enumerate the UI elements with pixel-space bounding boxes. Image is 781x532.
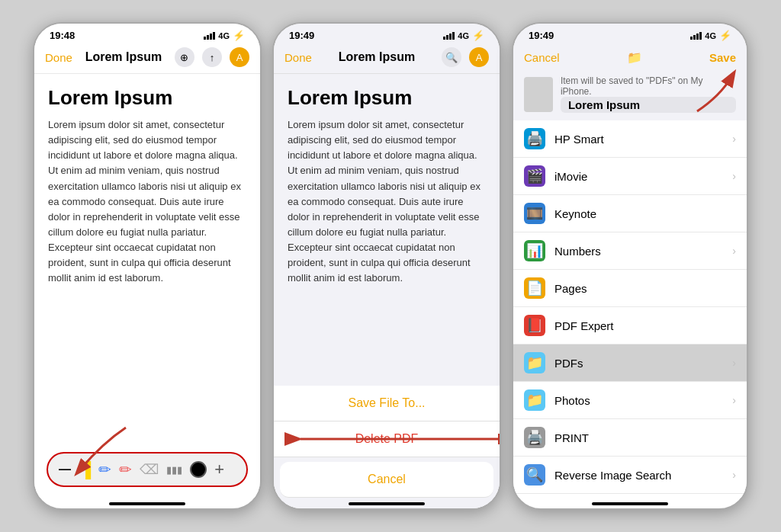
file-thumbnail: [524, 77, 553, 112]
person-icon-1[interactable]: A: [230, 47, 249, 67]
status-bar-1: 19:48 4G ⚡: [34, 24, 260, 44]
app-list: 🖨️HP Smart›🎬iMovie›🎞️Keynote📊Numbers›📄Pa…: [513, 120, 747, 498]
doc-content-1: Lorem Ipsum Lorem ipsum dolor sit amet, …: [34, 74, 260, 498]
chevron-right-icon: ›: [732, 245, 736, 257]
list-item[interactable]: 📁PDFs›: [513, 345, 747, 382]
app-icon: 🖨️: [524, 128, 545, 149]
person-icon-2[interactable]: A: [469, 47, 489, 67]
doc-heading-1: Lorem Ipsum: [48, 86, 246, 110]
delete-pdf-button[interactable]: Delete PDF: [274, 421, 500, 457]
drawing-toolbar-1: — ▐ ✏ ✏ ⌫ ▮▮▮ +: [47, 452, 248, 487]
list-item[interactable]: 📄Pages: [513, 270, 747, 307]
phones-container: 19:48 4G ⚡ Done Lorem Ipsum ⊕: [18, 7, 763, 525]
app-icon: 📕: [524, 315, 545, 336]
phone3-header: Cancel 📁 Save Item will be saved to "PDF…: [513, 44, 747, 120]
list-item[interactable]: 🔍Reverse Image Search›: [513, 457, 747, 494]
chevron-right-icon: ›: [732, 394, 736, 406]
cancel-button-2[interactable]: Cancel: [280, 462, 493, 498]
action-sheet-2: Save File To... Delete PDF Cancel: [274, 386, 500, 508]
signal-bars-3: [690, 32, 702, 40]
list-item[interactable]: 🖨️HP Smart›: [513, 120, 747, 158]
folder-info-area: Item will be saved to "PDFs" on My iPhon…: [524, 69, 736, 120]
share-icon-1[interactable]: ↑: [202, 47, 222, 67]
chevron-right-icon: ›: [732, 133, 736, 145]
tool-pen-blue[interactable]: ✏: [98, 460, 111, 479]
app-icon: 🎞️: [524, 203, 545, 224]
toolbar-oval-1: — ▐ ✏ ✏ ⌫ ▮▮▮ +: [47, 452, 248, 487]
status-bar-3: 19:49 4G ⚡: [513, 24, 747, 44]
chevron-right-icon: ›: [732, 357, 736, 369]
app-icon: 📁: [524, 352, 545, 373]
chevron-right-icon: ›: [732, 170, 736, 182]
list-item[interactable]: 📊Numbers›: [513, 232, 747, 270]
chevron-right-icon: ›: [732, 469, 736, 481]
battery-icon-2: ⚡: [472, 30, 484, 41]
app-icon: 📄: [524, 277, 545, 299]
app-icon: 📁: [524, 389, 545, 411]
phone-1: 19:48 4G ⚡ Done Lorem Ipsum ⊕: [33, 22, 262, 510]
network-type-2: 4G: [458, 31, 469, 40]
search-icon-2[interactable]: 🔍: [442, 47, 461, 67]
app-name-label: Pages: [554, 282, 736, 295]
time-2: 19:49: [289, 30, 314, 41]
phone3-nav: Cancel 📁 Save: [524, 47, 736, 69]
doc-body-2: Lorem ipsum dolor sit amet, consectetur …: [288, 117, 486, 287]
list-item[interactable]: 📁Photos›: [513, 382, 747, 419]
save-button-3[interactable]: Save: [709, 51, 736, 64]
home-indicator-1: [109, 502, 185, 505]
app-name-label: PDFs: [554, 357, 723, 370]
list-item[interactable]: 🎞️Keynote: [513, 195, 747, 232]
signal-bars-1: [204, 32, 215, 40]
tool-pen-red[interactable]: ✏: [119, 460, 132, 479]
phone-2: 19:49 4G ⚡ Done Lorem Ipsum 🔍: [272, 22, 501, 510]
cancel-button-3[interactable]: Cancel: [524, 51, 560, 64]
home-indicator-2: [349, 502, 425, 505]
tool-color-dot[interactable]: [190, 461, 207, 478]
list-item[interactable]: 📁untitled folder⌄: [513, 494, 747, 498]
app-name-label: Reverse Image Search: [554, 469, 723, 482]
nav-bar-1: Done Lorem Ipsum ⊕ ↑ A: [34, 44, 260, 74]
nav-icons-2: 🔍 A: [442, 47, 489, 67]
app-name-label: Keynote: [554, 207, 736, 220]
save-file-button[interactable]: Save File To...: [274, 386, 500, 421]
network-type-1: 4G: [218, 31, 230, 40]
add-icon-1[interactable]: ⊕: [175, 47, 194, 67]
battery-icon-1: ⚡: [233, 30, 245, 41]
app-icon: 🔍: [524, 464, 545, 486]
app-name-label: Photos: [554, 394, 723, 407]
tool-highlighter[interactable]: ▐: [80, 461, 91, 479]
app-icon: 🎬: [524, 165, 545, 187]
status-icons-2: 4G ⚡: [443, 30, 484, 41]
doc-body-1: Lorem ipsum dolor sit amet, consectetur …: [48, 117, 246, 287]
home-indicator-3: [592, 502, 668, 505]
doc-heading-2: Lorem Ipsum: [288, 86, 486, 110]
status-icons-1: 4G ⚡: [204, 30, 245, 41]
doc-title-nav-2: Lorem Ipsum: [339, 50, 415, 64]
list-item[interactable]: 🖨️PRINT: [513, 419, 747, 457]
list-item[interactable]: 📕PDF Expert: [513, 307, 747, 345]
tool-minus[interactable]: —: [59, 463, 71, 476]
phone-3: 19:49 4G ⚡ Cancel 📁 Save: [512, 22, 748, 510]
save-location-info: Item will be saved to "PDFs" on My iPhon…: [561, 75, 736, 97]
status-bar-2: 19:49 4G ⚡: [274, 24, 500, 44]
done-button-2[interactable]: Done: [284, 51, 312, 64]
tool-ruler[interactable]: ▮▮▮: [166, 464, 182, 476]
app-name-label: PDF Expert: [554, 319, 736, 332]
app-icon: 🖨️: [524, 427, 545, 448]
tool-add[interactable]: +: [214, 460, 224, 479]
network-type-3: 4G: [705, 31, 716, 40]
app-name-label: HP Smart: [554, 133, 723, 146]
app-name-label: PRINT: [554, 431, 736, 444]
doc-title-nav-1: Lorem Ipsum: [85, 50, 162, 64]
app-name-label: Numbers: [554, 245, 723, 258]
app-name-label: iMovie: [554, 170, 723, 183]
nav-icons-1: ⊕ ↑ A: [175, 47, 249, 67]
tool-eraser[interactable]: ⌫: [140, 461, 159, 478]
list-item[interactable]: 🎬iMovie›: [513, 158, 747, 195]
nav-bar-2: Done Lorem Ipsum 🔍 A: [274, 44, 500, 74]
time-3: 19:49: [529, 30, 554, 41]
file-name-badge: Lorem Ipsum: [561, 97, 736, 113]
signal-bars-2: [443, 32, 455, 40]
done-button-1[interactable]: Done: [45, 51, 72, 64]
app-icon: 📊: [524, 240, 545, 261]
